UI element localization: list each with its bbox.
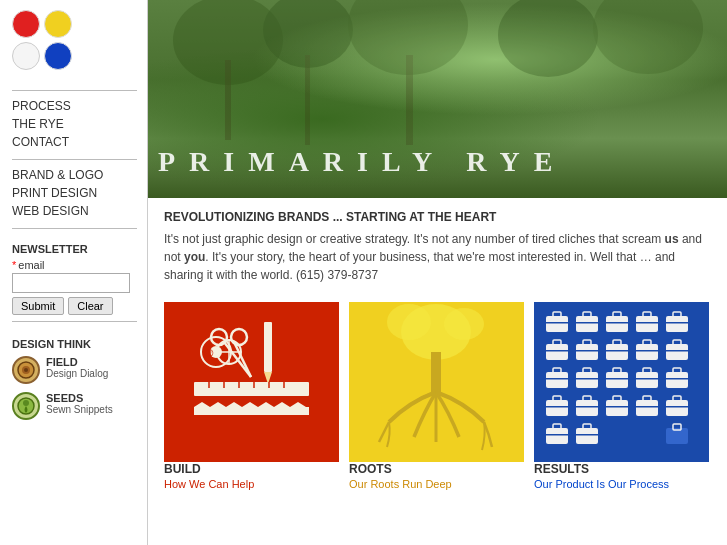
svg-rect-62 [576,350,598,352]
svg-rect-40 [431,352,441,392]
sidebar: PROCESS THE RYE CONTACT BRAND & LOGO PRI… [0,0,148,545]
design-think-seeds[interactable]: SEEDS Sewn Snippets [12,392,137,420]
design-think-title: DESIGN THINK [12,338,137,350]
svg-rect-11 [225,60,231,140]
hero-text: PRIMARILY RYE [158,146,717,178]
svg-rect-53 [636,322,658,324]
nav-divider-2 [12,159,137,160]
svg-rect-71 [666,350,688,352]
seeds-icon [12,392,40,420]
card-build: ® BUILD How We Can Help [164,302,339,490]
svg-point-39 [444,308,484,340]
primary-nav: PROCESS THE RYE CONTACT [12,97,137,151]
required-star: * [12,259,16,271]
red-circle [12,10,40,38]
svg-rect-65 [606,350,628,352]
svg-rect-101 [666,406,688,408]
svg-point-4 [23,400,29,406]
svg-rect-19 [264,322,272,372]
field-name: FIELD [46,356,108,368]
svg-rect-50 [606,322,628,324]
cards-row: ® BUILD How We Can Help [148,302,727,490]
card-build-link[interactable]: How We Can Help [164,478,339,490]
card-build-title: BUILD [164,462,339,476]
hero-banner: PRIMARILY RYE [148,0,727,198]
svg-rect-13 [406,55,413,145]
blue-circle [44,42,72,70]
seeds-name: SEEDS [46,392,113,404]
newsletter-buttons: Submit Clear [12,297,137,315]
yellow-circle [44,10,72,38]
svg-point-9 [498,0,598,77]
card-roots: ROOTS Our Roots Run Deep [349,302,524,490]
svg-rect-68 [636,350,658,352]
card-build-image: ® [164,302,339,462]
svg-point-2 [24,368,28,372]
svg-rect-83 [636,378,658,380]
svg-rect-44 [546,322,568,324]
svg-rect-56 [666,322,688,324]
main-headline: REVOLUTIONIZING BRANDS ... STARTING AT T… [164,210,711,224]
svg-rect-92 [576,406,598,408]
svg-rect-21 [194,382,309,396]
main-body: It's not just graphic design or creative… [164,230,711,284]
svg-rect-47 [576,322,598,324]
field-icon [12,356,40,384]
field-desc: Design Dialog [46,368,108,379]
email-label: *email [12,259,137,271]
nav-divider-3 [12,228,137,229]
nav-item-web-design[interactable]: WEB DESIGN [12,202,137,220]
white-circle [12,42,40,70]
nav-item-the-rye[interactable]: THE RYE [12,115,137,133]
svg-rect-74 [546,378,568,380]
svg-rect-12 [305,55,310,145]
svg-rect-86 [666,378,688,380]
clear-button[interactable]: Clear [68,297,112,315]
design-think-field[interactable]: FIELD Design Dialog [12,356,137,384]
card-results: RESULTS Our Product Is Our Process [534,302,709,490]
card-roots-image [349,302,524,462]
nav-divider-4 [12,321,137,322]
email-input[interactable] [12,273,130,293]
nav-divider-1 [12,90,137,91]
svg-rect-95 [606,406,628,408]
submit-button[interactable]: Submit [12,297,64,315]
card-results-title: RESULTS [534,462,709,476]
svg-rect-80 [606,378,628,380]
main-content: PRIMARILY RYE REVOLUTIONIZING BRANDS ...… [148,0,727,545]
design-think-section: DESIGN THINK FIELD Design Dialog [12,338,137,428]
card-results-link[interactable]: Our Product Is Our Process [534,478,709,490]
svg-rect-104 [546,434,568,436]
nav-item-contact[interactable]: CONTACT [12,133,137,151]
card-results-image [534,302,709,462]
svg-rect-59 [546,350,568,352]
svg-point-38 [387,304,431,340]
svg-rect-107 [576,434,598,436]
newsletter-section: NEWSLETTER *email Submit Clear [12,243,137,315]
svg-rect-98 [636,406,658,408]
seeds-desc: Sewn Snippets [46,404,113,415]
newsletter-title: NEWSLETTER [12,243,137,255]
card-roots-title: ROOTS [349,462,524,476]
logo-circles [12,10,82,70]
nav-item-brand-logo[interactable]: BRAND & LOGO [12,166,137,184]
secondary-nav: BRAND & LOGO PRINT DESIGN WEB DESIGN [12,166,137,220]
content-area: REVOLUTIONIZING BRANDS ... STARTING AT T… [148,198,727,302]
svg-rect-89 [546,406,568,408]
card-roots-link[interactable]: Our Roots Run Deep [349,478,524,490]
svg-text:®: ® [206,348,214,359]
svg-point-10 [593,0,703,74]
nav-item-print-design[interactable]: PRINT DESIGN [12,184,137,202]
nav-item-process[interactable]: PROCESS [12,97,137,115]
svg-rect-77 [576,378,598,380]
